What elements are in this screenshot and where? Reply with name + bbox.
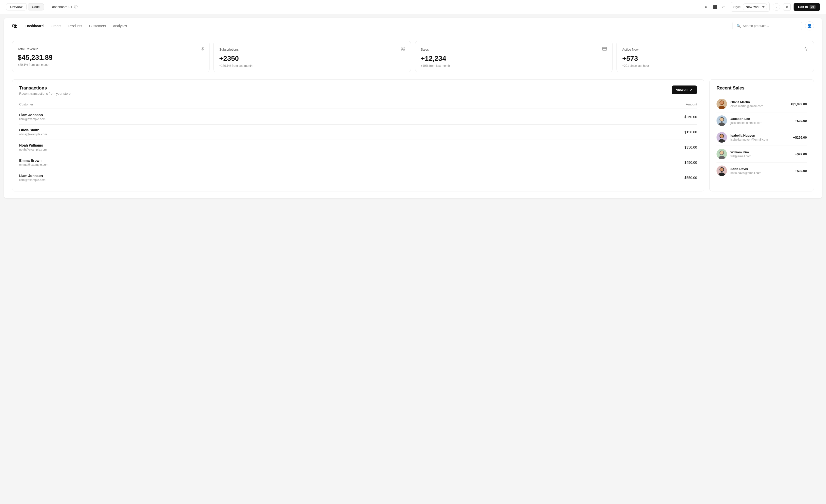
info-icon[interactable]: ⓘ [74, 5, 77, 9]
stat-label-sales: Sales [421, 48, 429, 51]
avatar-0 [716, 99, 727, 109]
navbar-right: 🔍 👤 [732, 21, 814, 30]
stat-change-subscriptions: +180.1% from last month [219, 64, 405, 68]
edit-icon: v0 [810, 5, 816, 9]
transactions-header: Transactions Recent transactions from yo… [19, 85, 697, 96]
tx-name-4: Liam Johnson [19, 174, 46, 178]
view-all-button[interactable]: View All ↗ [671, 85, 697, 94]
style-select[interactable]: New York [743, 3, 767, 10]
sale-info-1: Jackson Lee jackson.lee@email.com [730, 117, 791, 125]
tablet-portrait-icon[interactable]: ▭ [720, 3, 728, 11]
svg-point-10 [720, 118, 723, 121]
recent-sales-list: Olivia Martin olivia.martin@email.com +$… [716, 96, 807, 179]
transactions-title-group: Transactions Recent transactions from yo… [19, 85, 72, 96]
topbar-left: Preview Code dashboard-01 ⓘ [6, 3, 77, 10]
recent-sales-title: Recent Sales [716, 85, 807, 91]
help-button[interactable]: ? [773, 3, 780, 11]
view-all-label: View All [676, 88, 688, 92]
profile-button[interactable]: 👤 [805, 21, 814, 30]
users-icon [401, 47, 405, 52]
dollar-icon: $ [201, 47, 204, 51]
stat-change-revenue: +20.1% from last month [18, 63, 204, 67]
dashboard-name: dashboard-01 [52, 5, 72, 9]
transactions-subtitle: Recent transactions from your store. [19, 92, 72, 96]
table-row: Liam Johnson liam@example.com $550.00 [19, 170, 697, 185]
nav-item-dashboard[interactable]: Dashboard [25, 24, 44, 28]
bottom-row: Transactions Recent transactions from yo… [12, 79, 814, 191]
logo-icon: 🛍 [12, 23, 17, 29]
sale-amount-4: +$39.00 [795, 169, 807, 173]
nav-item-products[interactable]: Products [68, 24, 82, 28]
nav-item-orders[interactable]: Orders [51, 24, 61, 28]
avatar-4 [716, 166, 727, 176]
desktop-icon[interactable]: 🖥 [702, 3, 710, 11]
stat-label-active: Active Now [622, 48, 639, 51]
tx-email-1: olivia@example.com [19, 133, 47, 136]
nav-item-customers[interactable]: Customers [89, 24, 106, 28]
list-item: Sofia Davis sofia.davis@email.com +$39.0… [716, 163, 807, 179]
list-item: Olivia Martin olivia.martin@email.com +$… [716, 96, 807, 112]
stat-card-revenue: Total Revenue $ $45,231.89 +20.1% from l… [12, 41, 210, 72]
search-box: 🔍 [732, 22, 802, 30]
copy-button[interactable]: ⧉ [783, 3, 790, 11]
svg-point-22 [720, 168, 723, 171]
avatar-2 [716, 132, 727, 142]
stat-card-revenue-header: Total Revenue $ [18, 47, 204, 51]
tx-email-2: noah@example.com [19, 148, 47, 151]
search-icon: 🔍 [736, 24, 741, 28]
page-content: Total Revenue $ $45,231.89 +20.1% from l… [4, 34, 822, 198]
tx-customer-2: Noah Williams noah@example.com [19, 143, 47, 151]
tx-email-3: emma@example.com [19, 163, 48, 167]
svg-point-6 [720, 101, 723, 105]
stat-label-subscriptions: Subscriptions [219, 48, 239, 51]
col-customer-header: Customer [19, 103, 33, 106]
avatar-1 [716, 115, 727, 126]
code-tab[interactable]: Code [28, 3, 44, 10]
transactions-card: Transactions Recent transactions from yo… [12, 79, 704, 191]
stat-label-revenue: Total Revenue [18, 47, 39, 51]
style-label: Style: [733, 5, 742, 9]
nav-item-analytics[interactable]: Analytics [113, 24, 127, 28]
sale-name-2: Isabella Nguyen [730, 134, 789, 137]
transactions-title: Transactions [19, 85, 72, 91]
sale-amount-3: +$99.00 [795, 152, 807, 156]
edit-button[interactable]: Edit in v0 [793, 3, 820, 11]
topbar: Preview Code dashboard-01 ⓘ 🖥 ⬛ ▭ Style:… [0, 0, 826, 14]
tx-amount-1: $150.00 [684, 130, 697, 134]
stat-card-active-header: Active Now [622, 47, 808, 52]
sale-email-4: sofia.davis@email.com [730, 171, 791, 175]
tx-customer-3: Emma Brown emma@example.com [19, 159, 48, 167]
search-input[interactable] [743, 24, 798, 28]
tx-name-3: Emma Brown [19, 159, 48, 163]
app-frame: 🛍 Dashboard Orders Products Customers An… [4, 18, 822, 198]
preview-tab[interactable]: Preview [6, 3, 27, 10]
sale-info-0: Olivia Martin olivia.martin@email.com [730, 100, 787, 108]
nav-logo: 🛍 [12, 23, 17, 29]
tx-amount-3: $450.00 [684, 161, 697, 165]
sale-email-2: isabella.nguyen@email.com [730, 138, 789, 141]
tablet-landscape-icon[interactable]: ⬛ [711, 3, 719, 11]
svg-point-18 [720, 151, 723, 154]
stat-value-subscriptions: +2350 [219, 55, 405, 63]
sale-name-3: William Kim [730, 150, 791, 154]
sale-email-0: olivia.martin@email.com [730, 105, 787, 108]
topbar-tabs: Preview Code [6, 3, 44, 10]
navbar-left: 🛍 Dashboard Orders Products Customers An… [12, 23, 127, 29]
tx-name-2: Noah Williams [19, 143, 47, 147]
list-item: William Kim will@email.com +$99.00 [716, 146, 807, 163]
tx-name-0: Liam Johnson [19, 113, 46, 117]
list-item: Isabella Nguyen isabella.nguyen@email.co… [716, 129, 807, 146]
arrow-icon: ↗ [690, 88, 693, 92]
table-row: Noah Williams noah@example.com $350.00 [19, 140, 697, 155]
sale-info-3: William Kim will@email.com [730, 150, 791, 158]
tx-customer-0: Liam Johnson liam@example.com [19, 113, 46, 121]
sale-name-4: Sofia Davis [730, 167, 791, 171]
stat-change-active: +201 since last hour [622, 64, 808, 68]
topbar-right: 🖥 ⬛ ▭ Style: New York ? ⧉ Edit in v0 [702, 2, 820, 12]
list-item: Jackson Lee jackson.lee@email.com +$39.0… [716, 112, 807, 129]
table-row: Liam Johnson liam@example.com $250.00 [19, 110, 697, 125]
device-icons: 🖥 ⬛ ▭ [702, 3, 728, 11]
sale-email-1: jackson.lee@email.com [730, 121, 791, 125]
credit-card-icon [602, 47, 607, 52]
recent-sales-card: Recent Sales Olivia Martin olivia.martin… [709, 79, 814, 191]
